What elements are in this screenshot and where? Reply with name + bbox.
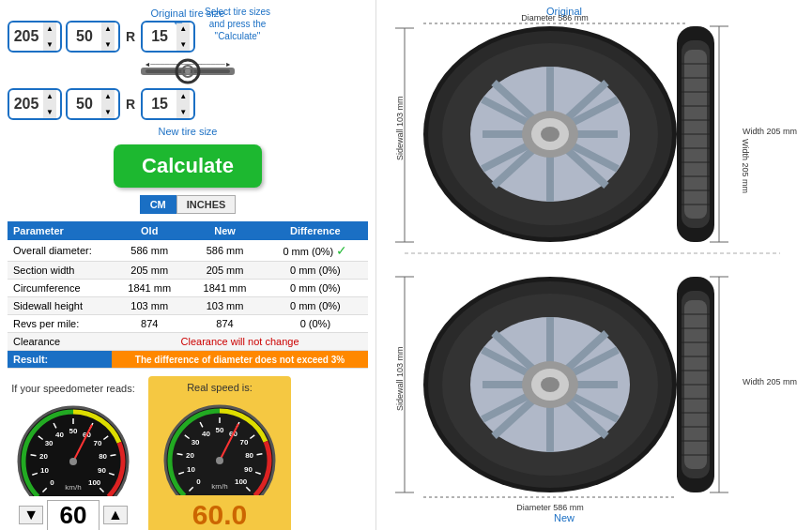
speedometer-2-canvas [154, 397, 285, 495]
result-row: Result: The difference of diameter does … [8, 351, 368, 369]
diff-cell: 0 mm (0%) [263, 280, 368, 297]
original-width-spinner[interactable]: ▲ ▼ [8, 21, 62, 53]
r-label-original: R [124, 29, 137, 44]
param-cell: Section width [8, 262, 112, 280]
svg-point-5 [185, 68, 191, 74]
clearance-label: Clearance [8, 333, 112, 351]
tire-icon-row: ◄────────────────► [8, 58, 368, 84]
new-width-spinner[interactable]: ▲ ▼ [8, 88, 62, 120]
new-profile-input[interactable] [68, 96, 101, 113]
tire-diagram-svg: Original Sidewall 103 mm Diameter 586 mm [376, 0, 812, 530]
diff-cell: 0 mm (0%) ✓ [263, 240, 368, 262]
new-profile-up[interactable]: ▲ [101, 88, 115, 104]
original-profile-down[interactable]: ▼ [101, 37, 115, 53]
speedo-down-btn[interactable]: ▼ [19, 506, 43, 524]
checkmark-icon: ✓ [336, 243, 347, 258]
speedometer-section: If your speedometer reads: ▼ ▲ Real spee… [8, 376, 368, 530]
table-row: Sidewall height 103 mm 103 mm 0 mm (0%) [8, 297, 368, 315]
arrow-icon: ← [172, 15, 185, 30]
param-cell: Overall diameter: [8, 240, 112, 262]
new-cell: 586 mm [187, 240, 262, 262]
new-cell: 103 mm [187, 297, 262, 315]
tire-icon: ◄────────────────► [136, 58, 239, 84]
col-new: New [187, 221, 262, 240]
new-profile-down[interactable]: ▼ [101, 104, 115, 120]
col-parameter: Parameter [8, 221, 112, 240]
inches-button[interactable]: INCHES [176, 195, 237, 214]
cm-button[interactable]: CM [140, 195, 176, 214]
calculate-button[interactable]: Calculate [114, 144, 262, 188]
calculate-btn-row: Calculate [8, 144, 368, 188]
new-rim-up[interactable]: ▲ [176, 88, 190, 104]
original-width-input[interactable] [9, 28, 43, 45]
diagram-panel: Original Sidewall 103 mm Diameter 586 mm [375, 0, 812, 530]
old-cell: 1841 mm [112, 280, 187, 297]
svg-text:Diameter 586 mm: Diameter 586 mm [521, 13, 589, 23]
speedo-right: Real speed is: 60.0 [148, 376, 291, 530]
old-cell: 586 mm [112, 240, 187, 262]
unit-toggle-row: CM INCHES [8, 195, 368, 214]
svg-point-24 [541, 127, 559, 142]
result-message: The difference of diameter does not exce… [112, 351, 368, 369]
new-rim-input[interactable] [143, 96, 176, 113]
param-cell: Circumference [8, 280, 112, 297]
speedo-up-btn[interactable]: ▲ [103, 506, 128, 524]
original-profile-spinner[interactable]: ▲ ▼ [66, 21, 120, 53]
col-old: Old [112, 221, 187, 240]
old-cell: 103 mm [112, 297, 187, 315]
table-row: Overall diameter: 586 mm 586 mm 0 mm (0%… [8, 240, 368, 262]
new-label: New tire size [8, 126, 368, 137]
col-difference: Difference [263, 221, 368, 240]
param-cell: Revs per mile: [8, 315, 112, 333]
new-width-input[interactable] [9, 96, 43, 113]
new-cell: 874 [187, 315, 262, 333]
old-cell: 205 mm [112, 262, 187, 280]
new-cell: 205 mm [187, 262, 262, 280]
svg-text:Width 205 mm: Width 205 mm [743, 127, 797, 136]
svg-text:Width 205 mm: Width 205 mm [741, 139, 750, 193]
new-rim-down[interactable]: ▼ [176, 104, 190, 120]
table-row: Revs per mile: 874 874 0 (0%) [8, 315, 368, 333]
speedo-input-row: ▼ ▲ [19, 500, 128, 531]
svg-text:Diameter 586 mm: Diameter 586 mm [516, 503, 584, 512]
svg-text:Width 205 mm: Width 205 mm [743, 377, 797, 386]
r-label-new: R [124, 97, 137, 112]
svg-text:Sidewall 103 mm: Sidewall 103 mm [395, 96, 405, 160]
table-row: Circumference 1841 mm 1841 mm 0 mm (0%) [8, 280, 368, 297]
speedo-result-value: 60.0 [192, 499, 247, 530]
clearance-text: Clearance will not change [112, 333, 368, 351]
original-profile-up[interactable]: ▲ [101, 21, 115, 37]
svg-point-57 [541, 377, 559, 392]
new-rim-spinner[interactable]: ▲ ▼ [141, 88, 195, 120]
new-width-down[interactable]: ▼ [43, 104, 56, 120]
speedo-left: If your speedometer reads: ▼ ▲ [8, 383, 139, 531]
svg-text:Sidewall 103 mm: Sidewall 103 mm [395, 346, 405, 411]
result-label: Result: [8, 351, 112, 369]
original-width-up[interactable]: ▲ [43, 21, 56, 37]
new-cell: 1841 mm [187, 280, 262, 297]
svg-text:New: New [554, 512, 575, 523]
new-spinner-row: ▲ ▼ ▲ ▼ R ▲ ▼ [8, 88, 368, 120]
original-rim-input[interactable] [143, 28, 176, 45]
new-width-up[interactable]: ▲ [43, 88, 56, 104]
diff-cell: 0 mm (0%) [263, 262, 368, 280]
speedo-reads-label: If your speedometer reads: [11, 383, 134, 394]
new-profile-spinner[interactable]: ▲ ▼ [66, 88, 120, 120]
param-cell: Sidewall height [8, 297, 112, 315]
original-profile-input[interactable] [68, 28, 101, 45]
speedo-real-label: Real speed is: [187, 382, 253, 393]
instruction-text: Select tire sizesand press the"Calculate… [181, 6, 294, 42]
clearance-row: Clearance Clearance will not change [8, 333, 368, 351]
original-width-down[interactable]: ▼ [43, 37, 56, 53]
old-cell: 874 [112, 315, 187, 333]
speedo-input[interactable] [47, 500, 100, 531]
speedometer-1-canvas [8, 398, 139, 496]
diff-cell: 0 (0%) [263, 315, 368, 333]
diff-cell: 0 mm (0%) [263, 297, 368, 315]
comparison-table: Parameter Old New Difference Overall dia… [8, 221, 368, 369]
table-row: Section width 205 mm 205 mm 0 mm (0%) [8, 262, 368, 280]
